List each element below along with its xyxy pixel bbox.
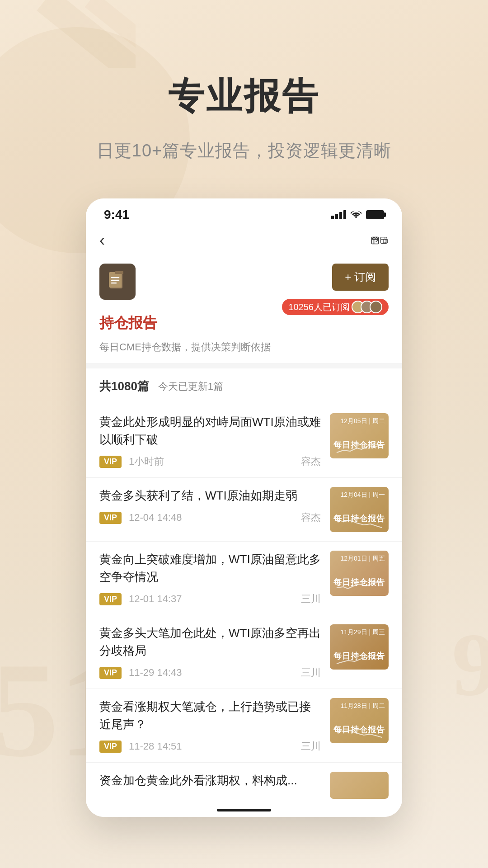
vip-badge-3: VIP <box>99 593 122 605</box>
status-time: 9:41 <box>104 208 129 222</box>
subscribe-button[interactable]: + 订阅 <box>332 264 389 291</box>
status-icons <box>331 209 384 221</box>
article-title-4: 黄金多头大笔加仓此处，WTI原油多空再出分歧格局 <box>99 624 321 660</box>
article-content-2: 黄金多头获利了结，WTI原油如期走弱 VIP 12-04 14:48 容杰 <box>99 487 321 524</box>
thumb-date-2: 12月04日 | 周一 <box>340 491 385 500</box>
page-subtitle: 日更10+篇专业报告，投资逻辑更清晰 <box>97 139 391 162</box>
signal-bar-1 <box>331 216 334 219</box>
subscriber-avatars <box>352 301 382 313</box>
article-list: 黄金此处形成明显的对峙局面WTI原油或难以顺利下破 VIP 1小时前 容杰 12… <box>86 404 402 803</box>
nav-bar: ‹ <box>86 226 402 259</box>
home-indicator <box>217 809 271 811</box>
article-thumb-1: 12月05日 | 周二 每日持仓报告 <box>330 413 389 458</box>
article-time-1: 1小时前 <box>129 455 164 468</box>
signal-bar-2 <box>335 214 338 219</box>
article-meta-2: VIP 12-04 14:48 容杰 <box>99 511 321 524</box>
vip-badge-2: VIP <box>99 512 122 524</box>
article-meta-4: VIP 11-29 14:43 三川 <box>99 666 321 679</box>
wifi-icon <box>351 209 361 221</box>
article-title-5: 黄金看涨期权大笔减仓，上行趋势或已接近尾声？ <box>99 698 321 733</box>
list-item[interactable]: 黄金多头获利了结，WTI原油如期走弱 VIP 12-04 14:48 容杰 12… <box>86 478 402 542</box>
article-time-3: 12-01 14:37 <box>129 593 182 605</box>
signal-bar-4 <box>343 210 346 219</box>
article-count-bar: 共1080篇 今天已更新1篇 <box>86 368 402 404</box>
page-content: 专业报告 日更10+篇专业报告，投资逻辑更清晰 9:41 <box>0 0 488 817</box>
share-icon <box>371 233 380 248</box>
article-thumb-3: 12月01日 | 周五 每日持仓报告 <box>330 551 389 596</box>
article-content-6: 资金加仓黄金此外看涨期权，料构成... <box>99 772 321 799</box>
article-thumb-2: 12月04日 | 周一 每日持仓报告 <box>330 487 389 532</box>
article-meta-5: VIP 11-28 14:51 三川 <box>99 740 321 753</box>
article-time-2: 12-04 14:48 <box>129 512 182 524</box>
article-title-2: 黄金多头获利了结，WTI原油如期走弱 <box>99 487 321 505</box>
chart-svg-4 <box>334 652 384 666</box>
channel-logo <box>99 264 136 300</box>
list-item[interactable]: 黄金看涨期权大笔减仓，上行趋势或已接近尾声？ VIP 11-28 14:51 三… <box>86 689 402 763</box>
bottom-indicator <box>86 803 402 817</box>
list-item[interactable]: 黄金多头大笔加仓此处，WTI原油多空再出分歧格局 VIP 11-29 14:43… <box>86 615 402 689</box>
article-meta-1: VIP 1小时前 容杰 <box>99 455 321 468</box>
back-button[interactable]: ‹ <box>99 231 105 250</box>
list-item[interactable]: 黄金此处形成明显的对峙局面WTI原油或难以顺利下破 VIP 1小时前 容杰 12… <box>86 404 402 478</box>
subscribers-badge: 10256人已订阅 <box>282 299 389 315</box>
thumb-date-4: 11月29日 | 周三 <box>340 628 385 637</box>
signal-icon <box>331 210 346 219</box>
svg-rect-8 <box>115 271 123 274</box>
article-author-5: 三川 <box>301 740 321 753</box>
article-content-3: 黄金向上突破难度增加，WTI原油留意此多空争夺情况 VIP 12-01 14:3… <box>99 551 321 606</box>
battery-icon <box>366 210 384 219</box>
channel-info: 持仓报告 10256人已订阅 每日CME持仓数据，提供决策判断依据 <box>86 309 402 363</box>
today-update: 今天已更新1篇 <box>158 380 223 393</box>
avatar-3 <box>370 301 382 313</box>
article-thumb-4: 11月29日 | 周三 每日持仓报告 <box>330 624 389 670</box>
thumb-date-3: 12月01日 | 周五 <box>340 554 385 563</box>
thumb-date-5: 11月28日 | 周二 <box>340 702 385 711</box>
vip-badge-1: VIP <box>99 456 122 468</box>
article-title-1: 黄金此处形成明显的对峙局面WTI原油或难以顺利下破 <box>99 413 321 448</box>
article-content-1: 黄金此处形成明显的对峙局面WTI原油或难以顺利下破 VIP 1小时前 容杰 <box>99 413 321 468</box>
thumb-date-1: 12月05日 | 周二 <box>340 417 385 426</box>
chart-svg-3 <box>334 579 384 592</box>
article-author-3: 三川 <box>301 592 321 606</box>
channel-description: 每日CME持仓数据，提供决策判断依据 <box>99 340 389 354</box>
vip-badge-4: VIP <box>99 667 122 679</box>
article-content-4: 黄金多头大笔加仓此处，WTI原油多空再出分歧格局 VIP 11-29 14:43… <box>99 624 321 679</box>
list-item[interactable]: 资金加仓黄金此外看涨期权，料构成... <box>86 763 402 803</box>
chart-svg-2 <box>334 515 384 528</box>
subscribers-count: 10256人已订阅 <box>288 301 350 313</box>
vip-badge-5: VIP <box>99 741 122 753</box>
article-title-6: 资金加仓黄金此外看涨期权，料构成... <box>99 772 321 789</box>
article-time-5: 11-28 14:51 <box>129 741 182 752</box>
article-thumb-6 <box>330 772 389 799</box>
channel-name: 持仓报告 <box>99 313 157 333</box>
phone-mockup: 9:41 ‹ <box>86 198 402 817</box>
chart-svg-1 <box>334 441 384 455</box>
article-time-4: 11-29 14:43 <box>129 667 182 679</box>
status-bar: 9:41 <box>86 198 402 226</box>
article-author-4: 三川 <box>301 666 321 679</box>
share-button[interactable] <box>371 231 389 250</box>
signal-bar-3 <box>339 212 342 219</box>
page-title: 专业报告 <box>168 72 320 121</box>
article-title-3: 黄金向上突破难度增加，WTI原油留意此多空争夺情况 <box>99 551 321 586</box>
total-count: 共1080篇 <box>99 378 149 394</box>
article-meta-3: VIP 12-01 14:37 三川 <box>99 592 321 606</box>
list-item[interactable]: 黄金向上突破难度增加，WTI原油留意此多空争夺情况 VIP 12-01 14:3… <box>86 542 402 615</box>
article-thumb-5: 11月28日 | 周二 每日持仓报告 <box>330 698 389 743</box>
article-author-2: 容杰 <box>301 511 321 524</box>
article-content-5: 黄金看涨期权大笔减仓，上行趋势或已接近尾声？ VIP 11-28 14:51 三… <box>99 698 321 753</box>
article-author-1: 容杰 <box>301 455 321 468</box>
chart-svg-5 <box>334 726 384 740</box>
divider-1 <box>86 363 402 368</box>
